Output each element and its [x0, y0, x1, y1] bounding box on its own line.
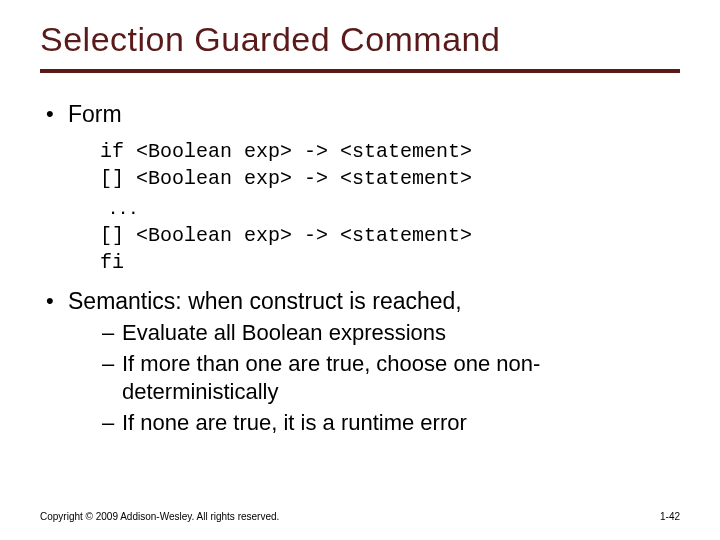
code-line-1: if <Boolean exp> -> <statement>	[100, 140, 472, 163]
footer: Copyright © 2009 Addison-Wesley. All rig…	[40, 511, 680, 522]
code-block: if <Boolean exp> -> <statement> [] <Bool…	[100, 138, 680, 276]
content-list: Form if <Boolean exp> -> <statement> [] …	[40, 101, 680, 437]
sub-item-3: If none are true, it is a runtime error	[102, 409, 680, 438]
bullet-semantics-label: Semantics: when construct is reached,	[68, 288, 462, 314]
bullet-form: Form if <Boolean exp> -> <statement> [] …	[40, 101, 680, 276]
title-rule	[40, 69, 680, 73]
code-line-3: [] <Boolean exp> -> <statement>	[100, 224, 472, 247]
sub-item-1: Evaluate all Boolean expressions	[102, 319, 680, 348]
copyright-text: Copyright © 2009 Addison-Wesley. All rig…	[40, 511, 279, 522]
code-ellipsis: ...	[110, 194, 140, 219]
slide-title: Selection Guarded Command	[40, 20, 680, 59]
bullet-form-label: Form	[68, 101, 122, 127]
code-line-2: [] <Boolean exp> -> <statement>	[100, 167, 472, 190]
code-line-4: fi	[100, 251, 124, 274]
sub-list: Evaluate all Boolean expressions If more…	[102, 319, 680, 437]
slide: Selection Guarded Command Form if <Boole…	[0, 0, 720, 540]
bullet-semantics: Semantics: when construct is reached, Ev…	[40, 288, 680, 437]
page-number: 1-42	[660, 511, 680, 522]
sub-item-2: If more than one are true, choose one no…	[102, 350, 680, 407]
